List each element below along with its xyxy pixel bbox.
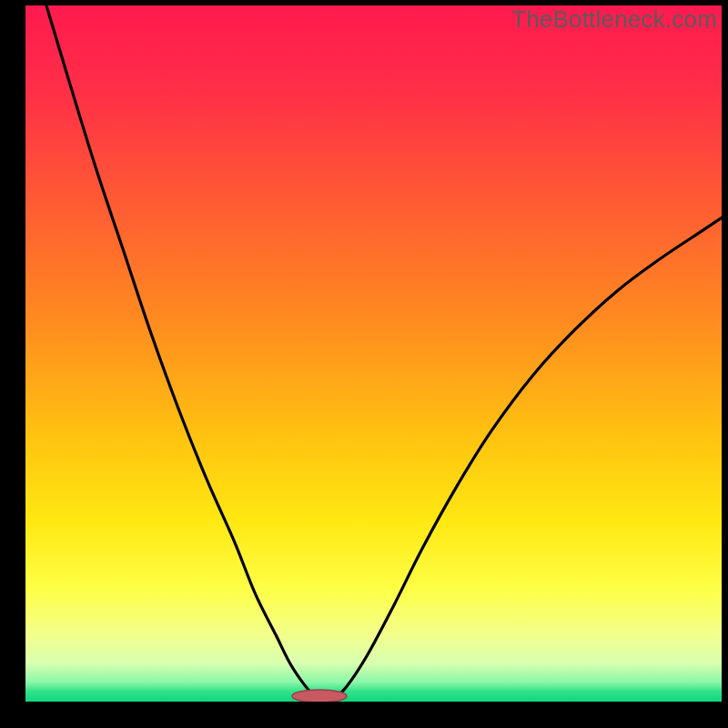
- gradient-background: [25, 5, 722, 702]
- optimum-marker: [292, 690, 347, 702]
- bottleneck-chart: [25, 5, 722, 702]
- chart-frame: TheBottleneck.com: [0, 0, 728, 728]
